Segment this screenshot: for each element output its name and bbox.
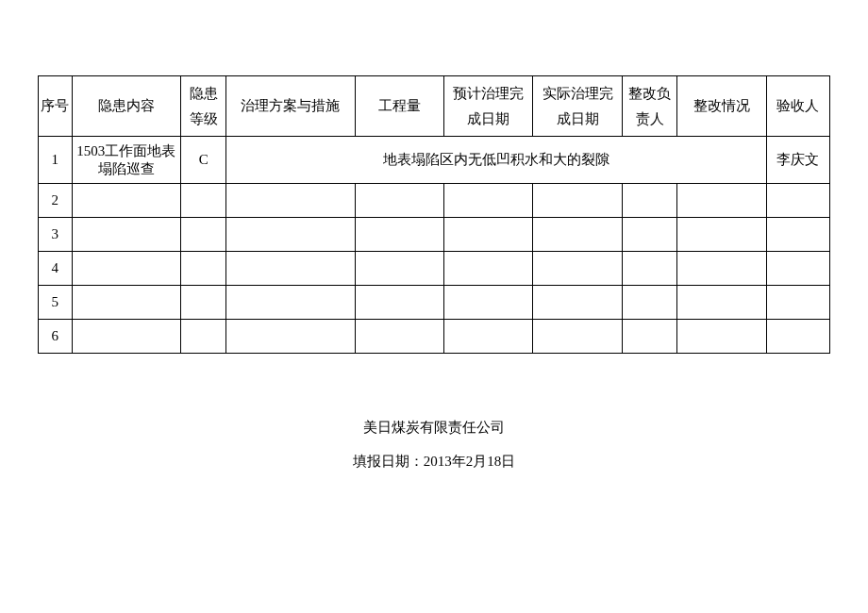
header-acceptor: 验收人 (766, 76, 829, 137)
table-row: 6 (39, 320, 830, 354)
cell-plandate (443, 286, 532, 320)
cell-plandate (443, 218, 532, 252)
cell-seq: 4 (39, 252, 73, 286)
cell-level (181, 286, 226, 320)
cell-plan (226, 286, 355, 320)
cell-plan (226, 252, 355, 286)
cell-plan (226, 184, 355, 218)
cell-responsible (622, 286, 677, 320)
cell-actualdate (533, 286, 622, 320)
cell-status (677, 286, 766, 320)
table-row: 1 1503工作面地表塌陷巡查 C 地表塌陷区内无低凹积水和大的裂隙 李庆文 (39, 137, 830, 184)
cell-level (181, 184, 226, 218)
table-row: 4 (39, 252, 830, 286)
cell-acceptor (766, 218, 829, 252)
cell-status (677, 320, 766, 354)
header-content: 隐患内容 (72, 76, 180, 137)
table-header-row: 序号 隐患内容 隐患等级 治理方案与措施 工程量 预计治理完成日期 实际治理完成… (39, 76, 830, 137)
cell-plandate (443, 320, 532, 354)
header-responsible: 整改负责人 (622, 76, 677, 137)
cell-seq: 6 (39, 320, 73, 354)
cell-content (72, 218, 180, 252)
cell-acceptor (766, 184, 829, 218)
hazard-table: 序号 隐患内容 隐患等级 治理方案与措施 工程量 预计治理完成日期 实际治理完成… (38, 75, 830, 354)
footer: 美日煤炭有限责任公司 填报日期：2013年2月18日 (38, 410, 830, 478)
cell-level (181, 218, 226, 252)
cell-amount (355, 218, 443, 252)
cell-merged-description: 地表塌陷区内无低凹积水和大的裂隙 (226, 137, 767, 184)
cell-responsible (622, 320, 677, 354)
report-date-line: 填报日期：2013年2月18日 (38, 444, 830, 478)
cell-responsible (622, 218, 677, 252)
report-date: 2013年2月18日 (424, 454, 516, 469)
header-plandate: 预计治理完成日期 (443, 76, 532, 137)
cell-status (677, 184, 766, 218)
cell-plan (226, 320, 355, 354)
cell-level (181, 320, 226, 354)
cell-plandate (443, 252, 532, 286)
cell-actualdate (533, 252, 622, 286)
cell-responsible (622, 252, 677, 286)
cell-amount (355, 286, 443, 320)
cell-actualdate (533, 184, 622, 218)
table-row: 3 (39, 218, 830, 252)
table-row: 5 (39, 286, 830, 320)
header-seq: 序号 (39, 76, 73, 137)
cell-acceptor (766, 320, 829, 354)
header-status: 整改情况 (677, 76, 766, 137)
cell-content: 1503工作面地表塌陷巡查 (72, 137, 180, 184)
cell-amount (355, 320, 443, 354)
header-amount: 工程量 (355, 76, 443, 137)
cell-amount (355, 252, 443, 286)
cell-level (181, 252, 226, 286)
cell-seq: 5 (39, 286, 73, 320)
cell-status (677, 252, 766, 286)
cell-actualdate (533, 320, 622, 354)
cell-seq: 1 (39, 137, 73, 184)
cell-content (72, 252, 180, 286)
table-row: 2 (39, 184, 830, 218)
cell-amount (355, 184, 443, 218)
header-plan: 治理方案与措施 (226, 76, 355, 137)
cell-level: C (181, 137, 226, 184)
cell-seq: 2 (39, 184, 73, 218)
cell-status (677, 218, 766, 252)
cell-seq: 3 (39, 218, 73, 252)
cell-actualdate (533, 218, 622, 252)
cell-content (72, 286, 180, 320)
cell-plandate (443, 184, 532, 218)
cell-plan (226, 218, 355, 252)
report-date-label: 填报日期： (353, 454, 424, 469)
header-actualdate: 实际治理完成日期 (533, 76, 622, 137)
cell-content (72, 184, 180, 218)
cell-acceptor (766, 286, 829, 320)
cell-responsible (622, 184, 677, 218)
cell-content (72, 320, 180, 354)
company-name: 美日煤炭有限责任公司 (38, 410, 830, 444)
header-level: 隐患等级 (181, 76, 226, 137)
cell-acceptor: 李庆文 (766, 137, 829, 184)
cell-acceptor (766, 252, 829, 286)
